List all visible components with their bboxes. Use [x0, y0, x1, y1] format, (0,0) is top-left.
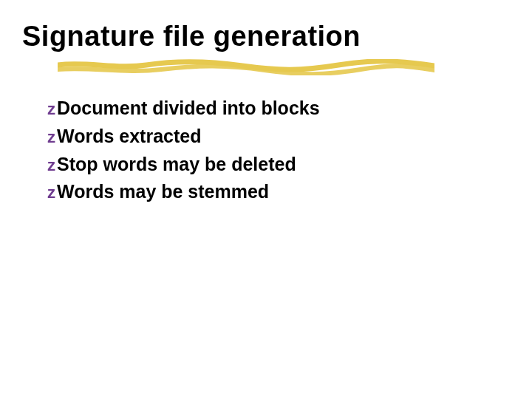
list-item: z Stop words may be deleted — [47, 152, 320, 177]
title-area: Signature file generation — [22, 21, 361, 52]
bullet-icon: z — [47, 156, 55, 175]
slide: Signature file generation z Document div… — [0, 0, 532, 399]
list-item: z Document divided into blocks — [47, 96, 320, 121]
bullet-text: Stop words may be deleted — [57, 152, 296, 177]
bullet-icon: z — [47, 128, 55, 147]
list-item: z Words may be stemmed — [47, 180, 320, 205]
bullet-list: z Document divided into blocks z Words e… — [47, 96, 320, 208]
bullet-text: Document divided into blocks — [57, 96, 320, 121]
slide-title: Signature file generation — [22, 21, 361, 52]
title-underline — [58, 59, 434, 75]
bullet-text: Words extracted — [57, 124, 201, 149]
list-item: z Words extracted — [47, 124, 320, 149]
bullet-icon: z — [47, 100, 55, 119]
bullet-text: Words may be stemmed — [57, 180, 269, 205]
bullet-icon: z — [47, 183, 55, 202]
